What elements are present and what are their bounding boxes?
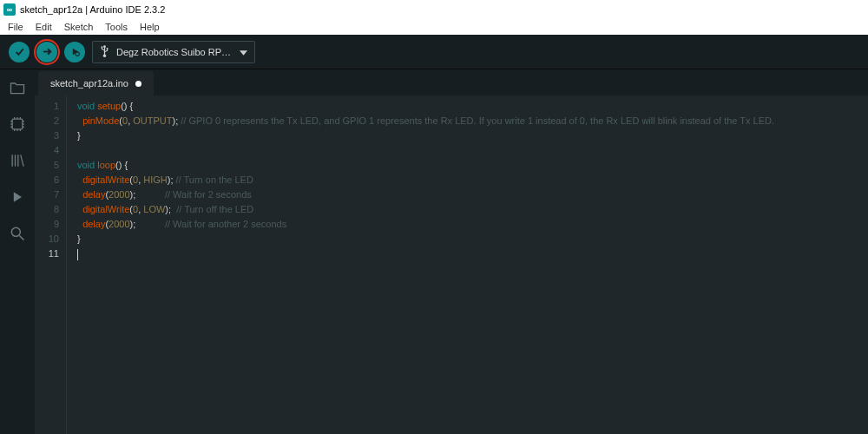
title-bar: ∞ sketch_apr12a | Arduino IDE 2.3.2 [0,0,868,19]
chevron-down-icon [240,47,247,57]
tab-bar: sketch_apr12a.ino [35,69,868,95]
svg-marker-8 [240,50,247,55]
code-line[interactable]: void setup() { [77,99,868,114]
tab-label: sketch_apr12a.ino [50,78,128,89]
code-line[interactable]: void loop() { [77,158,868,173]
tab-sketch[interactable]: sketch_apr12a.ino [38,71,154,95]
line-gutter: 1234567891011 [35,95,66,434]
svg-rect-9 [12,119,23,129]
verify-button[interactable] [9,42,30,62]
line-number: 2 [35,114,59,128]
line-number: 7 [35,187,59,202]
line-number: 3 [35,128,59,143]
menu-tools[interactable]: Tools [101,21,132,33]
menu-sketch[interactable]: Sketch [60,21,98,33]
code-line[interactable]: delay(2000); // Wait for another 2 secon… [77,217,868,232]
svg-point-5 [103,54,107,57]
editor-pane: sketch_apr12a.ino 1234567891011 void set… [35,69,868,434]
debug-icon[interactable] [8,187,27,207]
modified-dot-icon [135,81,141,87]
window-title: sketch_apr12a | Arduino IDE 2.3.2 [20,4,165,15]
board-selector[interactable]: Degz Robotics Suibo RP… [92,41,255,63]
svg-point-2 [76,52,79,56]
code-line[interactable]: digitalWrite(0, HIGH); // Turn on the LE… [77,173,868,187]
line-number: 6 [35,173,59,187]
svg-rect-4 [104,46,105,55]
code-line[interactable]: pinMode(0, OUTPUT); // GPIO 0 represents… [77,114,868,128]
svg-line-25 [21,155,23,166]
line-number: 10 [35,232,59,247]
code-line[interactable]: } [77,232,868,247]
svg-rect-6 [102,46,103,48]
code-line[interactable] [77,143,868,158]
line-number: 8 [35,202,59,217]
upload-button[interactable] [36,42,57,62]
svg-point-27 [11,227,20,236]
app-icon: ∞ [3,3,16,16]
menu-edit[interactable]: Edit [31,21,56,33]
code-line[interactable] [77,247,868,261]
library-manager-icon[interactable] [8,151,27,170]
debug-button[interactable] [64,42,85,62]
line-number: 4 [35,143,59,158]
toolbar: Degz Robotics Suibo RP… [0,35,868,69]
board-selector-label: Degz Robotics Suibo RP… [116,47,231,57]
menu-bar: FileEditSketchToolsHelp [0,19,868,35]
line-number: 5 [35,158,59,173]
code-line[interactable]: } [77,128,868,143]
search-icon[interactable] [8,224,27,243]
activity-bar [0,69,35,434]
menu-help[interactable]: Help [135,21,164,33]
code-line[interactable]: delay(2000); // Wait for 2 seconds [77,187,868,202]
line-number: 11 [35,247,59,261]
svg-point-7 [107,47,108,49]
usb-icon [100,45,109,59]
svg-marker-26 [14,192,22,202]
code-editor[interactable]: 1234567891011 void setup() { pinMode(0, … [35,95,868,434]
sketchbook-icon[interactable] [8,78,27,97]
svg-line-28 [20,236,24,240]
line-number: 9 [35,217,59,232]
code-line[interactable]: digitalWrite(0, LOW); // Turn off the LE… [77,202,868,217]
menu-file[interactable]: File [3,21,28,33]
code-area[interactable]: void setup() { pinMode(0, OUTPUT); // GP… [66,95,868,434]
board-manager-icon[interactable] [8,115,27,134]
text-cursor [77,249,78,260]
line-number: 1 [35,99,59,114]
